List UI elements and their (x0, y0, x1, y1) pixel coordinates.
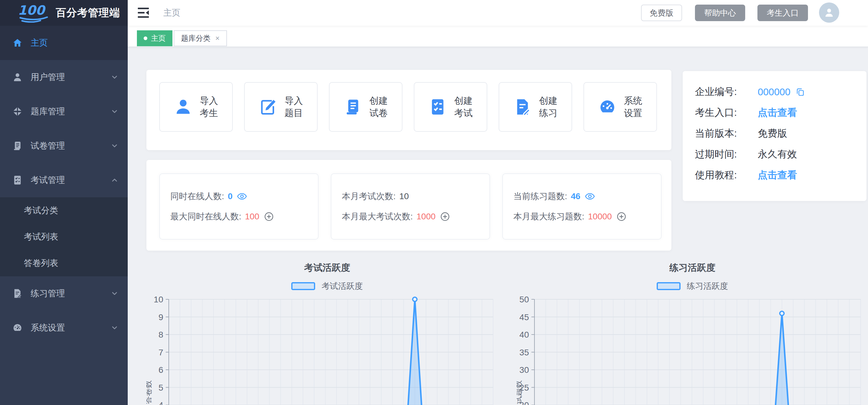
circle-plus-icon[interactable] (440, 211, 450, 222)
stat-row: 最大同时在线人数: 100 (170, 211, 318, 223)
person-icon (823, 7, 835, 19)
monthly-exams-card: 本月考试次数: 10 本月最大考试次数: 1000 (331, 174, 490, 240)
svg-text:100: 100 (18, 3, 45, 18)
stat-row: 本月最大练习题数: 10000 (513, 211, 661, 223)
question-bank-icon (12, 106, 23, 117)
chevron-down-icon (111, 142, 119, 150)
svg-text:4: 4 (158, 400, 163, 405)
sidebar-item-question-bank[interactable]: 题库管理 (0, 94, 128, 129)
sidebar-item-home[interactable]: 主页 (0, 26, 128, 60)
action-label: 创建试卷 (369, 95, 388, 119)
tab-label: 题库分类 (181, 33, 210, 43)
close-icon[interactable]: × (215, 35, 220, 42)
stat-value: 10000 (588, 212, 612, 221)
sidebar-subitem-exam-list[interactable]: 考试列表 (0, 224, 128, 250)
svg-text:35: 35 (520, 348, 529, 357)
sidebar-subitem-answer-sheet-list[interactable]: 答卷列表 (0, 250, 128, 276)
practice-activity-plot: 50454035302520151050试题数 (517, 260, 868, 405)
row-label: 企业编号: (695, 85, 758, 99)
exam-activity-chart: 考试活跃度 考试活跃度 109876543210答卷数 (146, 260, 508, 405)
create-exam-card[interactable]: 创建考试 (414, 82, 487, 132)
enterprise-id-row: 企业编号: 000000 (695, 86, 866, 98)
user-icon (12, 72, 23, 83)
stat-value: 0 (228, 191, 233, 201)
chevron-down-icon (111, 73, 119, 81)
online-users-card: 同时在线人数: 0 最大同时在线人数: 100 (159, 174, 318, 240)
stat-value: 10 (399, 191, 409, 201)
stat-value: 100 (245, 212, 259, 221)
sidebar-item-practice-mgmt[interactable]: 练习管理 (0, 276, 128, 311)
help-center-button[interactable]: 帮助中心 (695, 5, 745, 21)
tab-label: 主页 (151, 33, 166, 43)
current-version-row: 当前版本: 免费版 (695, 127, 866, 140)
action-label: 创建考试 (454, 95, 473, 119)
exam-activity-plot: 109876543210答卷数 (146, 260, 508, 405)
chevron-down-icon (111, 107, 119, 116)
stat-label: 本月考试次数: (342, 191, 396, 202)
system-settings-gauge-icon (598, 98, 617, 116)
svg-text:答卷数: 答卷数 (146, 380, 153, 404)
candidate-entry-link[interactable]: 点击查看 (758, 106, 797, 120)
user-avatar[interactable] (819, 2, 839, 23)
sidebar-item-paper-mgmt[interactable]: 试卷管理 (0, 129, 128, 163)
tab-question-bank-category[interactable]: 题库分类 × (174, 30, 227, 46)
sidebar-item-label: 试卷管理 (31, 140, 65, 152)
tab-home[interactable]: 主页 (137, 30, 173, 46)
sidebar-item-system-settings[interactable]: 系统设置 (0, 311, 128, 345)
row-label: 过期时间: (695, 148, 758, 161)
create-practice-icon (513, 98, 532, 116)
sidebar-item-exam-mgmt[interactable]: 考试管理 (0, 163, 128, 197)
svg-text:40: 40 (520, 330, 529, 339)
sidebar-collapse-button[interactable] (137, 7, 150, 19)
action-label: 导入考生 (200, 95, 218, 119)
stat-label: 当前练习题数: (513, 191, 567, 202)
version-button[interactable]: 免费版 (641, 5, 682, 21)
row-label: 考生入口: (695, 106, 758, 120)
svg-text:8: 8 (158, 330, 163, 339)
tutorial-row: 使用教程: 点击查看 (695, 169, 866, 181)
action-label: 创建练习 (539, 95, 557, 119)
row-label: 当前版本: (695, 127, 758, 140)
account-info-panel: 企业编号: 000000 考生入口: 点击查看 当前版本: 免费版 过期时间: … (683, 71, 866, 201)
create-paper-card[interactable]: 创建试卷 (329, 82, 402, 132)
svg-text:10: 10 (154, 295, 163, 304)
current-version-value: 免费版 (758, 127, 787, 140)
import-examinee-icon (174, 98, 192, 116)
chevron-up-icon (111, 176, 119, 184)
action-label: 系统设置 (624, 95, 642, 119)
svg-text:30: 30 (520, 365, 529, 375)
candidate-entry-button[interactable]: 考生入口 (757, 5, 808, 21)
create-practice-card[interactable]: 创建练习 (499, 82, 572, 132)
circle-plus-icon[interactable] (264, 211, 274, 222)
candidate-entry-row: 考生入口: 点击查看 (695, 106, 866, 119)
gauge-icon (12, 322, 23, 333)
eye-icon[interactable] (237, 191, 247, 201)
eye-icon[interactable] (585, 191, 595, 201)
action-label: 导入题目 (284, 95, 303, 119)
quota-stats-panel: 同时在线人数: 0 最大同时在线人数: 100 本月考试次数: 10 本月最大考… (146, 160, 671, 251)
sidebar-item-user-mgmt[interactable]: 用户管理 (0, 60, 128, 94)
create-exam-icon (429, 98, 447, 116)
active-tab-dot (144, 36, 147, 40)
import-question-card[interactable]: 导入题目 (244, 82, 318, 132)
svg-text:50: 50 (520, 295, 529, 304)
breadcrumb[interactable]: 主页 (163, 0, 180, 26)
subitem-label: 考试分类 (24, 205, 58, 216)
quick-actions-panel: 导入考生 导入题目 创建试卷 创建考试 创建练习 系统设置 (146, 70, 671, 150)
tags-view-bar: 主页 题库分类 × (128, 26, 868, 47)
import-examinee-card[interactable]: 导入考生 (159, 82, 233, 132)
circle-plus-icon[interactable] (616, 211, 627, 222)
stat-value: 1000 (416, 212, 436, 221)
enterprise-id-value: 000000 (758, 86, 790, 98)
top-header: 主页 免费版 帮助中心 考生入口 (128, 0, 868, 26)
svg-text:45: 45 (520, 312, 529, 322)
svg-text:6: 6 (158, 365, 163, 375)
hamburger-collapse-icon (137, 7, 150, 19)
tutorial-link[interactable]: 点击查看 (758, 168, 797, 182)
create-paper-icon (344, 98, 362, 116)
system-settings-card[interactable]: 系统设置 (584, 82, 657, 132)
sidebar-subitem-exam-category[interactable]: 考试分类 (0, 197, 128, 224)
copy-icon[interactable] (796, 87, 805, 97)
home-icon (12, 38, 23, 48)
svg-text:7: 7 (158, 348, 163, 357)
